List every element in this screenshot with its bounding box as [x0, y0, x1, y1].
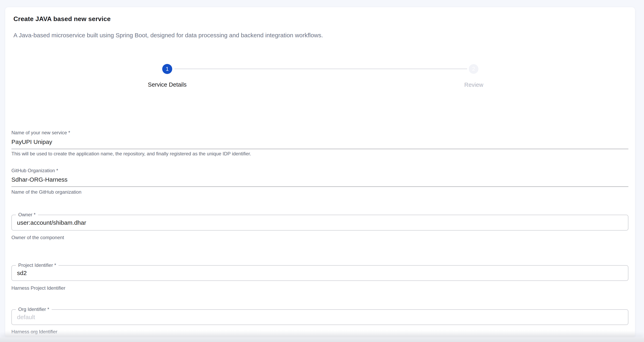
service-name-input[interactable]: [12, 137, 628, 146]
page-subtitle: A Java-based microservice built using Sp…: [14, 31, 323, 39]
step-2-label: Review: [464, 82, 483, 88]
owner-label: Owner *: [16, 212, 38, 218]
footer-edge: [0, 337, 644, 342]
project-identifier-label: Project Identifier *: [16, 262, 58, 268]
page-title: Create JAVA based new service: [14, 15, 110, 23]
service-name-label: Name of your new service *: [12, 130, 70, 135]
org-identifier-input[interactable]: [17, 312, 614, 322]
owner-input[interactable]: [17, 218, 614, 227]
owner-helper: Owner of the component: [12, 235, 64, 240]
stepper-step-review[interactable]: 2 Review: [469, 64, 479, 74]
org-identifier-helper: Harness org Identifier: [12, 329, 57, 334]
service-form-card: Create JAVA based new service A Java-bas…: [5, 7, 635, 337]
step-1-circle: 1: [162, 64, 172, 74]
step-1-label: Service Details: [148, 81, 186, 88]
project-identifier-input[interactable]: [17, 268, 614, 278]
stepper-step-service-details[interactable]: 1 Service Details: [162, 64, 172, 74]
card-bottom-fade: [5, 330, 635, 337]
step-1-number: 1: [166, 66, 168, 72]
service-name-helper: This will be used to create the applicat…: [12, 151, 251, 156]
github-org-underline: [12, 187, 628, 187]
org-identifier-label: Org Identifier *: [16, 306, 52, 312]
github-org-label: GitHub Organization *: [12, 168, 58, 174]
page-background: Create JAVA based new service A Java-bas…: [0, 0, 644, 342]
stepper-connector-line: [174, 69, 467, 69]
github-org-helper: Name of the GitHub organization: [12, 189, 82, 195]
service-name-underline: [12, 149, 628, 149]
step-2-number: 2: [472, 66, 475, 72]
step-2-circle: 2: [469, 64, 478, 74]
project-identifier-helper: Harness Project Identifier: [12, 285, 65, 291]
github-org-input[interactable]: [12, 175, 628, 184]
